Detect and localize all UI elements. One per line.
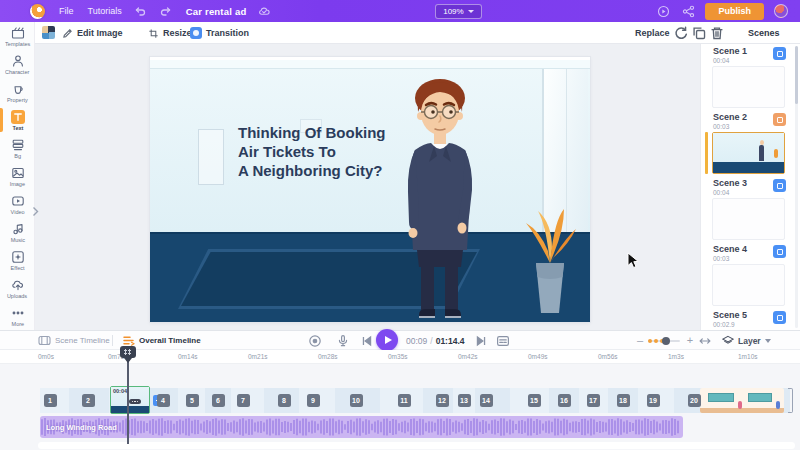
sidebar-item-character[interactable]: Character: [0, 50, 35, 78]
sidebar-item-effect[interactable]: Effect: [0, 246, 35, 274]
scene-transition-badge-icon[interactable]: [773, 179, 786, 192]
scene-name[interactable]: Scene 2: [713, 112, 800, 122]
context-toolbar: Edit Image Resize Transition Replace Sce…: [35, 22, 800, 44]
sidebar-item-more[interactable]: More: [0, 302, 35, 330]
replace-button[interactable]: Replace: [635, 22, 670, 44]
webcam-record-icon[interactable]: [308, 334, 322, 348]
fit-timeline-icon[interactable]: [698, 334, 712, 348]
sidebar-item-property[interactable]: Property: [0, 78, 35, 106]
scene-block-1[interactable]: 1: [44, 394, 57, 407]
scene-block-14[interactable]: 14: [480, 394, 493, 407]
sidebar-item-uploads[interactable]: Uploads: [0, 274, 35, 302]
scene-block-11[interactable]: 11: [398, 394, 411, 407]
play-button[interactable]: [376, 329, 398, 351]
zoom-level-dropdown[interactable]: 109%: [435, 4, 481, 19]
menu-tutorials[interactable]: Tutorials: [88, 6, 122, 16]
menu-file[interactable]: File: [59, 6, 74, 16]
sidebar-item-bg[interactable]: Bg: [0, 134, 35, 162]
scenes-scrollbar[interactable]: [795, 46, 798, 328]
timeline-zoom-out-button[interactable]: –: [634, 334, 646, 346]
scene-20-thumbnail[interactable]: [700, 388, 784, 413]
previous-frame-icon[interactable]: [360, 334, 374, 348]
rotate-reset-icon[interactable]: [673, 25, 689, 41]
scene-transition-badge-icon[interactable]: [773, 245, 786, 258]
sidebar-item-image[interactable]: Image: [0, 162, 35, 190]
scene-block-10[interactable]: 10: [350, 394, 363, 407]
scene-block-menu-icon[interactable]: [129, 399, 141, 404]
scene-name[interactable]: Scene 4: [713, 244, 800, 254]
scene-block-17[interactable]: 17: [587, 394, 600, 407]
redo-icon[interactable]: [159, 5, 172, 18]
scene-block-7[interactable]: 7: [237, 394, 250, 407]
sidebar-item-video[interactable]: Video: [0, 190, 35, 218]
app-logo-icon[interactable]: [30, 4, 45, 19]
room-ceiling: [150, 60, 590, 69]
playhead-handle[interactable]: [120, 346, 136, 358]
scene-thumbnail-scene-5[interactable]: [712, 264, 785, 306]
undo-icon[interactable]: [134, 5, 147, 18]
duplicate-icon[interactable]: [691, 25, 707, 41]
effect-icon: [11, 250, 25, 264]
plant-prop[interactable]: [518, 185, 582, 320]
delete-trash-icon[interactable]: [709, 25, 725, 41]
more-icon: [11, 306, 25, 320]
scene-name[interactable]: Scene 1: [713, 46, 800, 56]
zoom-level-value: 109%: [443, 7, 463, 16]
ruler-tick: 1m10s: [738, 353, 758, 360]
scene-block-4[interactable]: 4: [157, 394, 170, 407]
publish-button[interactable]: Publish: [705, 3, 764, 20]
share-icon[interactable]: [682, 5, 695, 18]
scene-name[interactable]: Scene 3: [713, 178, 800, 188]
microphone-icon[interactable]: [336, 334, 350, 348]
scene-block-6[interactable]: 6: [212, 394, 225, 407]
character-man[interactable]: [385, 72, 495, 322]
selected-scene-block[interactable]: 00:04: [110, 386, 150, 414]
zoom-slider-knob[interactable]: [662, 337, 670, 345]
timeline-zoom-slider[interactable]: [648, 340, 680, 342]
scene-transition-badge-icon[interactable]: [773, 113, 786, 126]
playhead-line[interactable]: [127, 358, 129, 444]
scene-block-15[interactable]: 15: [528, 394, 541, 407]
sidebar-item-label: Property: [7, 97, 28, 103]
video-canvas[interactable]: Thinking Of Booking Air Tickets To A Nei…: [150, 57, 590, 322]
mouse-cursor: [627, 252, 641, 270]
timeline-zoom-in-button[interactable]: +: [684, 334, 696, 346]
subtitles-icon[interactable]: [496, 334, 510, 348]
scene-name[interactable]: Scene 5: [713, 310, 800, 320]
scene-block-2[interactable]: 2: [82, 394, 95, 407]
scene-block-20[interactable]: 20: [688, 394, 701, 407]
scene-duration: 00:04: [713, 189, 800, 196]
scene-duration: 00:03: [713, 255, 800, 262]
scene-block-18[interactable]: 18: [617, 394, 630, 407]
sidebar-item-text[interactable]: Text: [0, 106, 35, 134]
resize-button[interactable]: Resize: [148, 22, 192, 44]
scene-block-19[interactable]: 19: [647, 394, 660, 407]
scene-block-16[interactable]: 16: [558, 394, 571, 407]
scene-thumbnail-scene-4[interactable]: [712, 198, 785, 240]
scene-block-8[interactable]: 8: [278, 394, 291, 407]
layer-stack-icon: [722, 335, 734, 346]
ruler-tick: 0m14s: [178, 353, 198, 360]
sidebar-item-label: More: [11, 321, 24, 327]
scene-block-13[interactable]: 13: [458, 394, 471, 407]
scene-thumbnail-scene-2[interactable]: [712, 66, 785, 108]
scene-block-9[interactable]: 9: [307, 394, 320, 407]
audio-track[interactable]: Long Winding Road: [40, 416, 683, 438]
scene-transition-badge-icon[interactable]: [773, 47, 786, 60]
preview-play-icon[interactable]: [657, 5, 670, 18]
tab-scene-timeline[interactable]: Scene Timeline: [38, 331, 110, 350]
edit-image-button[interactable]: Edit Image: [62, 22, 123, 44]
scene-block-5[interactable]: 5: [186, 394, 199, 407]
next-frame-icon[interactable]: [474, 334, 488, 348]
sidebar-item-music[interactable]: Music: [0, 218, 35, 246]
user-avatar[interactable]: [774, 4, 788, 18]
scene-thumbnail-scene-3[interactable]: [712, 132, 785, 174]
project-title[interactable]: Car rental ad: [186, 6, 247, 17]
timeline-horizontal-scrollbar[interactable]: [38, 442, 795, 449]
scene-block-12[interactable]: 12: [436, 394, 449, 407]
layer-button[interactable]: Layer: [722, 331, 771, 350]
transition-button[interactable]: Transition: [190, 22, 249, 44]
sidebar-item-templates[interactable]: Templates: [0, 22, 35, 50]
sidebar-collapse-chevron-icon[interactable]: [32, 206, 39, 217]
scene-transition-badge-icon[interactable]: [773, 311, 786, 324]
